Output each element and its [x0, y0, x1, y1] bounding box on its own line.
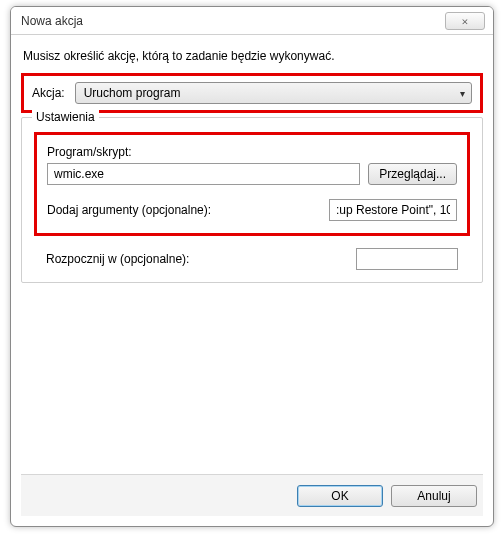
client-area: Musisz określić akcję, którą to zadanie …: [21, 45, 483, 516]
instruction-text: Musisz określić akcję, którą to zadanie …: [23, 49, 481, 63]
startin-row: Rozpocznij w (opcjonalne):: [46, 248, 458, 270]
arguments-label: Dodaj argumenty (opcjonalne):: [47, 203, 211, 217]
arguments-input[interactable]: [329, 199, 457, 221]
titlebar: Nowa akcja ⨉: [11, 7, 493, 35]
program-label: Program/skrypt:: [47, 145, 457, 159]
browse-button[interactable]: Przeglądaj...: [368, 163, 457, 185]
window-title: Nowa akcja: [21, 14, 83, 28]
button-bar: OK Anuluj: [21, 474, 483, 516]
settings-group: Ustawienia Program/skrypt: Przeglądaj...…: [21, 117, 483, 283]
action-highlight: Akcja: Uruchom program ▾: [21, 73, 483, 113]
program-row: Przeglądaj...: [47, 163, 457, 185]
action-row: Akcja: Uruchom program ▾: [32, 82, 472, 104]
ok-button[interactable]: OK: [297, 485, 383, 507]
close-icon: ⨉: [462, 15, 469, 27]
settings-legend: Ustawienia: [32, 110, 99, 124]
close-button[interactable]: ⨉: [445, 12, 485, 30]
action-combobox[interactable]: Uruchom program ▾: [75, 82, 472, 104]
cancel-button[interactable]: Anuluj: [391, 485, 477, 507]
program-input[interactable]: [47, 163, 360, 185]
action-label: Akcja:: [32, 86, 65, 100]
arguments-row: Dodaj argumenty (opcjonalne):: [47, 199, 457, 221]
dialog-window: Nowa akcja ⨉ Musisz określić akcję, któr…: [10, 6, 494, 527]
action-selected-value: Uruchom program: [84, 86, 181, 100]
settings-highlight: Program/skrypt: Przeglądaj... Dodaj argu…: [34, 132, 470, 236]
startin-label: Rozpocznij w (opcjonalne):: [46, 252, 189, 266]
chevron-down-icon: ▾: [460, 88, 465, 99]
startin-input[interactable]: [356, 248, 458, 270]
